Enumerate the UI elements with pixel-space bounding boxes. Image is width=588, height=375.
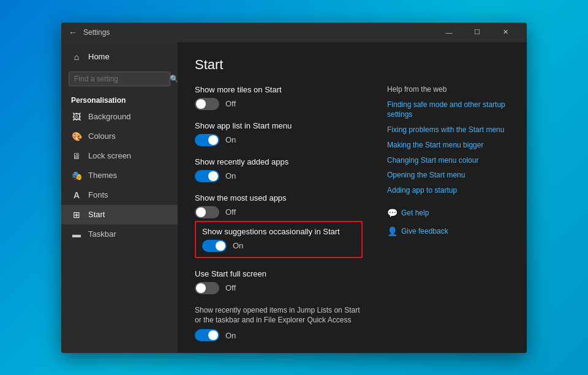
home-label: Home	[88, 52, 110, 61]
settings-window: ← Settings — ☐ ✕ ⌂ Home 🔍 Personalisatio…	[61, 23, 527, 353]
help-link-3[interactable]: Changing Start menu colour	[387, 155, 510, 166]
help-action-give-feedback: 👤 Give feedback	[387, 226, 510, 236]
sidebar-item-start[interactable]: ⊞ Start	[61, 205, 178, 225]
toggle-state-2: On	[225, 171, 236, 180]
setting-use-start-fullscreen: Use Start full screen Off	[195, 269, 363, 294]
sidebar-item-themes[interactable]: 🎭 Themes	[61, 166, 178, 185]
settings-column: Show more tiles on Start Off Show app li…	[195, 85, 363, 353]
page-title: Start	[195, 57, 510, 73]
background-icon: 🖼	[71, 112, 82, 122]
get-help-link[interactable]: Get help	[401, 209, 429, 217]
sidebar-label-colours: Colours	[88, 132, 116, 141]
help-link-4[interactable]: Opening the Start menu	[387, 170, 510, 180]
title-bar: ← Settings — ☐ ✕	[61, 23, 527, 42]
search-input[interactable]	[74, 75, 166, 83]
toggle-thumb-5	[196, 283, 206, 293]
setting-label-4: Show suggestions occasionally in Start	[202, 227, 355, 236]
two-col-layout: Show more tiles on Start Off Show app li…	[195, 85, 510, 353]
setting-label-2: Show recently added apps	[195, 157, 363, 166]
setting-label-6: Show recently opened items in Jump Lists…	[195, 305, 363, 326]
help-link-1[interactable]: Fixing problems with the Start menu	[387, 125, 510, 135]
setting-show-more-tiles: Show more tiles on Start Off	[195, 85, 363, 110]
toggle-state-0: Off	[225, 99, 236, 108]
themes-icon: 🎭	[71, 171, 82, 180]
fonts-icon: A	[71, 190, 82, 200]
help-link-0[interactable]: Finding safe mode and other startup sett…	[387, 100, 510, 121]
toggle-show-suggestions[interactable]	[202, 240, 227, 252]
maximize-button[interactable]: ☐	[463, 23, 491, 42]
sidebar-item-taskbar[interactable]: ▬ Taskbar	[61, 225, 178, 244]
sidebar-label-background: Background	[88, 112, 130, 121]
toggle-thumb-0	[196, 99, 206, 109]
home-icon: ⌂	[71, 52, 82, 62]
toggle-row-6: On	[195, 329, 363, 341]
colours-icon: 🎨	[71, 132, 82, 141]
sidebar-item-background[interactable]: 🖼 Background	[61, 107, 178, 127]
lockscreen-icon: 🖥	[71, 151, 82, 161]
start-icon: ⊞	[71, 210, 82, 220]
sidebar: ⌂ Home 🔍 Personalisation 🖼 Background 🎨 …	[61, 42, 178, 353]
toggle-state-4: On	[233, 241, 243, 250]
give-feedback-icon: 👤	[387, 226, 398, 236]
toggle-row-4: On	[202, 240, 355, 252]
toggle-show-app-list[interactable]	[195, 134, 219, 146]
setting-label-5: Use Start full screen	[195, 269, 363, 278]
minimize-button[interactable]: —	[435, 23, 463, 42]
help-column: Help from the web Finding safe mode and …	[387, 85, 510, 353]
get-help-icon: 💬	[387, 208, 398, 218]
sidebar-section-title: Personalisation	[61, 91, 178, 107]
setting-label-0: Show more tiles on Start	[195, 85, 363, 94]
sidebar-label-fonts: Fonts	[88, 190, 108, 199]
sidebar-home-button[interactable]: ⌂ Home	[61, 47, 178, 67]
toggle-show-most-used[interactable]	[195, 206, 219, 218]
main-content: Start Show more tiles on Start Off	[178, 42, 527, 353]
setting-label-1: Show app list in Start menu	[195, 121, 363, 130]
setting-label-3: Show the most used apps	[195, 193, 363, 202]
sidebar-label-themes: Themes	[88, 171, 117, 180]
help-title: Help from the web	[387, 85, 510, 94]
toggle-state-3: Off	[225, 207, 236, 217]
sidebar-label-lockscreen: Lock screen	[88, 151, 131, 160]
toggle-row-0: Off	[195, 98, 363, 110]
help-action-get-help: 💬 Get help	[387, 208, 510, 218]
toggle-thumb-1	[208, 135, 218, 145]
toggle-use-start-fullscreen[interactable]	[195, 282, 219, 294]
taskbar-icon: ▬	[71, 229, 82, 239]
setting-show-app-list: Show app list in Start menu On	[195, 121, 363, 146]
highlight-show-suggestions: Show suggestions occasionally in Start O…	[195, 221, 363, 258]
give-feedback-link[interactable]: Give feedback	[401, 227, 448, 236]
search-box[interactable]: 🔍	[69, 72, 170, 86]
toggle-state-1: On	[225, 135, 236, 144]
toggle-row-2: On	[195, 170, 363, 182]
toggle-state-6: On	[225, 331, 236, 340]
setting-show-recently-opened: Show recently opened items in Jump Lists…	[195, 305, 363, 342]
toggle-show-recently-added[interactable]	[195, 170, 219, 182]
toggle-show-more-tiles[interactable]	[195, 98, 219, 110]
toggle-thumb-6	[208, 330, 218, 340]
setting-show-recently-added: Show recently added apps On	[195, 157, 363, 182]
toggle-row-3: Off	[195, 206, 363, 218]
sidebar-item-lockscreen[interactable]: 🖥 Lock screen	[61, 146, 178, 166]
content-area: ⌂ Home 🔍 Personalisation 🖼 Background 🎨 …	[61, 42, 527, 353]
window-controls: — ☐ ✕	[435, 23, 519, 42]
help-link-5[interactable]: Adding app to startup	[387, 185, 510, 196]
sidebar-item-fonts[interactable]: A Fonts	[61, 185, 178, 205]
window-title: Settings	[83, 28, 435, 37]
toggle-thumb-3	[196, 207, 206, 217]
sidebar-label-start: Start	[88, 210, 105, 219]
sidebar-item-colours[interactable]: 🎨 Colours	[61, 127, 178, 146]
help-link-2[interactable]: Making the Start menu bigger	[387, 140, 510, 150]
back-button[interactable]: ←	[69, 28, 77, 37]
toggle-thumb-4	[216, 241, 225, 251]
toggle-row-5: Off	[195, 282, 363, 294]
toggle-state-5: Off	[225, 283, 236, 292]
close-button[interactable]: ✕	[491, 23, 519, 42]
sidebar-label-taskbar: Taskbar	[88, 229, 116, 239]
toggle-thumb-2	[208, 171, 218, 181]
toggle-row-1: On	[195, 134, 363, 146]
setting-show-most-used: Show the most used apps Off	[195, 193, 363, 218]
toggle-show-recently-opened[interactable]	[195, 329, 219, 341]
